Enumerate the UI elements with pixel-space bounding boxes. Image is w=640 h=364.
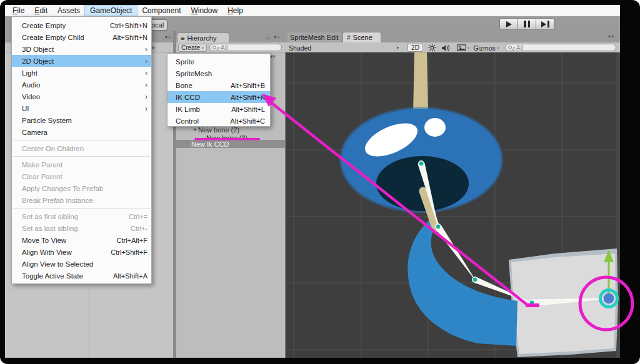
menu-window[interactable]: Window (186, 6, 222, 16)
scene-search-input[interactable]: ▾ All (505, 44, 616, 51)
menu-item-shortcut: Ctrl+Alt+F (116, 237, 148, 244)
sun-icon (428, 44, 436, 52)
joint-3[interactable] (472, 277, 478, 282)
paper-tag (511, 253, 616, 354)
step-button[interactable] (536, 18, 554, 30)
gizmos-dropdown[interactable]: Gizmos ▾ (472, 44, 501, 52)
menu-item-label: Move To View (22, 237, 66, 244)
menu-item-label: 3D Object (22, 46, 54, 53)
tab-hierarchy[interactable]: ≡ Hierarchy (177, 32, 229, 42)
effector-center[interactable] (604, 293, 614, 304)
submenu-item-ik-ccd[interactable]: IK CCDAlt+Shift+K (168, 91, 270, 103)
2d-object-submenu: Sprite SpriteMesh BoneAlt+Shift+B IK CCD… (167, 53, 271, 127)
menu-item-label: Apply Changes To Prefab (22, 185, 103, 192)
menu-item-label: Camera (22, 129, 48, 136)
submenu-arrow-icon: › (145, 70, 148, 76)
menu-gameobject[interactable]: GameObject (85, 6, 137, 16)
joint-1[interactable] (419, 161, 424, 166)
pause-button[interactable] (518, 18, 536, 30)
hierarchy-search-input[interactable]: ▾ All (209, 44, 282, 51)
panel-menu-icon[interactable]: ▾≡ (608, 34, 615, 39)
menu-help[interactable]: Help (222, 6, 248, 16)
menu-item-label: 2D Object (22, 57, 54, 65)
transport-controls (500, 18, 554, 30)
menu-component[interactable]: Component (137, 6, 186, 16)
menu-item-label: Create Empty Child (22, 34, 84, 41)
scene-tabbar: SpriteMesh Edit # Scene ▾≡ (285, 31, 620, 42)
shaded-label: Shaded (289, 44, 311, 52)
scene-drawing (286, 52, 620, 358)
foldout-icon[interactable]: ▾ (194, 127, 196, 132)
menu-item-label: Set as last sibling (22, 225, 78, 232)
menu-item-3d-object[interactable]: 3D Object› (12, 43, 151, 55)
chevron-down-icon: ▾ (498, 46, 499, 50)
submenu-item-ik-limb[interactable]: IK LimbAlt+Shift+L (168, 103, 270, 115)
menu-item-shortcut: Alt+Shift+L (231, 106, 265, 113)
speaker-icon (441, 44, 450, 52)
menu-item-create-empty[interactable]: Create EmptyCtrl+Shift+N (12, 19, 151, 31)
hierarchy-item-new-ik-ccd[interactable]: New Ik CCD (176, 140, 285, 148)
search-filter-arrow-icon: ▾ (218, 46, 219, 50)
menu-item-2d-object[interactable]: 2D Object› (12, 55, 151, 67)
scene-viewport[interactable] (286, 52, 620, 358)
search-icon (508, 46, 512, 49)
menu-item-set-as-first-sibling: Set as first siblingCtrl+= (12, 210, 151, 222)
windchime-sprite (341, 52, 618, 357)
gameobject-menu: Create EmptyCtrl+Shift+N Create Empty Ch… (11, 16, 152, 284)
search-placeholder: All (516, 44, 523, 51)
submenu-item-spritemesh[interactable]: SpriteMesh (168, 67, 270, 79)
tab-spritemesh-editor[interactable]: SpriteMesh Edit (288, 32, 341, 42)
panel-menu-icon[interactable]: ▾≡ (270, 54, 276, 59)
lock-icon[interactable] (264, 34, 271, 41)
menu-item-align-view-to-selected[interactable]: Align View to Selected (12, 258, 151, 270)
menu-bar: File Edit Assets GameObject Component Wi… (5, 5, 620, 16)
menu-item-make-parent: Make Parent (12, 159, 151, 170)
menu-item-label: Create Empty (22, 22, 66, 29)
panel-menu-icon[interactable]: ▾≡ (274, 34, 281, 40)
menu-item-create-empty-child[interactable]: Create Empty ChildAlt+Shift+N (12, 31, 151, 43)
scene-audio-button[interactable] (440, 44, 451, 52)
menu-file[interactable]: File (8, 6, 29, 16)
joint-4[interactable] (529, 300, 534, 305)
menu-item-shortcut: Alt+Shift+B (231, 82, 265, 89)
menu-item-audio[interactable]: Audio› (12, 79, 151, 91)
menu-item-toggle-active-state[interactable]: Toggle Active StateAlt+Shift+A (12, 270, 151, 282)
pause-icon (524, 21, 530, 27)
menu-item-label: Toggle Active State (22, 272, 83, 280)
submenu-arrow-icon: › (145, 58, 148, 64)
image-icon (457, 44, 466, 51)
menu-item-ui[interactable]: UI› (12, 102, 151, 114)
panel-menu-icon[interactable]: ▾≡ (165, 34, 172, 40)
menu-item-break-prefab-instance: Break Prefab Instance (12, 194, 151, 206)
create-button[interactable]: Create ▾ (178, 44, 207, 52)
play-button[interactable] (499, 18, 518, 30)
menu-item-align-with-view[interactable]: Align With ViewCtrl+Shift+F (12, 246, 151, 258)
menu-item-label: Bone (176, 82, 192, 89)
menu-item-label: Align View to Selected (22, 260, 93, 268)
menu-item-light[interactable]: Light› (12, 67, 151, 79)
submenu-item-bone[interactable]: BoneAlt+Shift+B (168, 79, 270, 91)
menu-item-label: Center On Children (22, 145, 84, 152)
shaded-dropdown[interactable]: Shaded ▾ (289, 44, 401, 52)
tab-scene[interactable]: # Scene (342, 32, 381, 42)
menu-item-label: Align With View (22, 248, 72, 256)
menu-item-move-to-view[interactable]: Move To ViewCtrl+Alt+F (12, 234, 151, 246)
menu-item-video[interactable]: Video› (12, 91, 151, 102)
menu-edit[interactable]: Edit (29, 6, 52, 16)
menu-item-label: Control (176, 117, 199, 125)
submenu-item-sprite[interactable]: Sprite (168, 56, 270, 67)
scene-lighting-button[interactable] (426, 44, 438, 52)
toggle-2d-button[interactable]: 2D (408, 44, 423, 52)
menu-assets[interactable]: Assets (52, 6, 85, 16)
chevron-down-icon: ▾ (396, 46, 399, 51)
joint-2[interactable] (436, 224, 441, 229)
submenu-arrow-icon: › (145, 82, 148, 88)
scene-effects-button[interactable]: ▾ (455, 44, 471, 52)
submenu-item-control[interactable]: ControlAlt+Shift+C (168, 115, 270, 127)
menu-item-label: Video (22, 93, 40, 101)
menu-separator (13, 208, 150, 209)
play-icon (506, 21, 512, 27)
menu-item-particle-system[interactable]: Particle System (12, 114, 151, 126)
menu-item-camera[interactable]: Camera (12, 126, 151, 138)
menu-item-shortcut: Ctrl+Shift+F (111, 248, 148, 256)
